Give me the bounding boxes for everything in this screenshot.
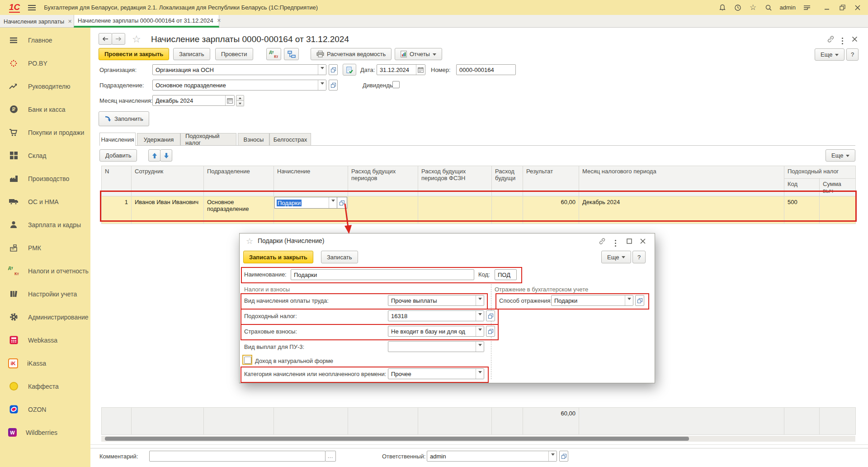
pay-sheet-button[interactable]: Расчетная ведомость: [311, 48, 392, 60]
post-and-close-button[interactable]: Провести и закрыть: [99, 48, 169, 60]
dialog-code-input[interactable]: ПОД: [495, 269, 517, 280]
dividends-checkbox[interactable]: [392, 81, 400, 88]
cell-n[interactable]: 1: [102, 196, 132, 224]
sidebar-item-main[interactable]: Главное: [0, 29, 90, 52]
tab-contributions[interactable]: Взносы: [238, 133, 269, 146]
sidebar-item-webkassa[interactable]: Webkassa: [0, 329, 90, 352]
more-kebab-icon[interactable]: [842, 36, 843, 43]
save-button[interactable]: Записать: [173, 48, 210, 60]
cell-department[interactable]: Основное подразделение: [204, 196, 274, 224]
cell-result[interactable]: 60,00: [523, 196, 579, 224]
chevron-down-icon[interactable]: [476, 295, 484, 305]
move-row-down-button[interactable]: [160, 149, 172, 162]
accrual-editor[interactable]: Подарки: [274, 197, 337, 209]
scrollbar-thumb[interactable]: [105, 437, 689, 441]
reflection-combo[interactable]: Подарки: [551, 295, 633, 306]
restore-window-icon[interactable]: [838, 4, 846, 12]
spinner-up-icon[interactable]: [236, 95, 244, 101]
cell-deduction-sum[interactable]: [820, 196, 856, 224]
dialog-save-and-close-button[interactable]: Записать и закрыть: [243, 251, 313, 263]
tab-deductions[interactable]: Удержания: [137, 133, 180, 146]
post-button[interactable]: Провести: [215, 48, 253, 60]
sidebar-item-salary-hr[interactable]: Зарплата и кадры: [0, 213, 90, 236]
search-icon[interactable]: [764, 4, 773, 12]
col-header-future-expense-fszn[interactable]: Расход будущих периодов ФСЗН: [418, 166, 492, 196]
add-row-button[interactable]: Добавить: [99, 149, 137, 162]
chevron-down-icon[interactable]: [548, 451, 557, 461]
calendar-icon[interactable]: [416, 65, 425, 75]
close-tab-icon[interactable]: ✕: [68, 19, 72, 24]
sidebar-item-ozon[interactable]: OZON: [0, 398, 90, 421]
cell-accrual[interactable]: Подарки: [274, 196, 348, 224]
sidebar-item-rmk[interactable]: РМК: [0, 236, 90, 259]
col-header-result[interactable]: Результат: [523, 166, 579, 196]
close-app-icon[interactable]: [854, 4, 862, 12]
help-button[interactable]: ?: [846, 48, 859, 61]
col-header-future-expense[interactable]: Расход будущих периодов: [348, 166, 418, 196]
dialog-more-button[interactable]: Еще: [601, 251, 631, 263]
move-row-up-button[interactable]: [148, 149, 160, 162]
table-more-button[interactable]: Еще: [826, 149, 855, 162]
cell-future-expense-fszn[interactable]: [418, 196, 492, 224]
service-menu-icon[interactable]: [803, 4, 811, 12]
chevron-down-icon[interactable]: [318, 65, 326, 75]
current-user[interactable]: admin: [780, 4, 796, 11]
cell-future-expense[interactable]: [348, 196, 418, 224]
dialog-link-icon[interactable]: [599, 238, 606, 246]
sidebar-item-poby[interactable]: PO.BY: [0, 52, 90, 75]
chevron-down-icon[interactable]: [625, 295, 633, 305]
accrual-month-input[interactable]: Декабрь 2024: [152, 95, 235, 106]
close-tab-icon[interactable]: ✕: [217, 18, 221, 24]
minimize-icon[interactable]: [823, 4, 831, 12]
chevron-down-icon[interactable]: [329, 197, 337, 208]
tab-accruals[interactable]: Начисления: [99, 133, 136, 146]
header-more-button[interactable]: Еще: [815, 48, 844, 61]
fill-button[interactable]: Заполнить: [99, 111, 149, 126]
accrual-kind-combo[interactable]: Прочие выплаты: [388, 295, 484, 306]
sidebar-item-production[interactable]: Производство: [0, 167, 90, 190]
spinner-down-icon[interactable]: [236, 101, 244, 106]
nav-back-button[interactable]: [99, 33, 112, 45]
window-tab-accruals-list[interactable]: Начисления зарплаты ✕: [0, 15, 73, 28]
chevron-down-icon[interactable]: [318, 80, 326, 90]
col-header-accrual[interactable]: Начисление: [274, 166, 348, 196]
col-header-employee[interactable]: Сотрудник: [132, 166, 204, 196]
col-header-code[interactable]: Код: [784, 179, 820, 196]
chevron-down-icon[interactable]: [476, 311, 484, 321]
dialog-name-input[interactable]: Подарки: [291, 269, 474, 280]
col-header-department[interactable]: Подразделение: [204, 166, 274, 196]
dialog-save-button[interactable]: Записать: [321, 251, 358, 263]
sidebar-item-fixed-assets[interactable]: ОС и НМА: [0, 190, 90, 213]
category-combo[interactable]: Прочее: [388, 368, 484, 379]
close-document-icon[interactable]: [852, 36, 858, 43]
sidebar-item-wildberries[interactable]: W Wildberries: [0, 421, 90, 444]
dialog-maximize-icon[interactable]: [627, 238, 632, 245]
window-tab-accrual-document[interactable]: Начисление зарплаты 0000-000164 от 31.12…: [74, 15, 219, 28]
cell-income-tax-code[interactable]: 500: [784, 196, 820, 224]
tab-belgosstrakh[interactable]: Белгосстрах: [269, 133, 311, 146]
tab-income-tax[interactable]: Подоходный налог: [180, 133, 236, 146]
col-header-tax-period-month[interactable]: Месяц налогового периода: [579, 166, 784, 196]
history-icon[interactable]: [734, 4, 742, 12]
chevron-down-icon[interactable]: [476, 369, 484, 379]
col-header-income-tax-group[interactable]: Подоходный налог: [784, 166, 856, 179]
cell-employee[interactable]: Иванов Иван Иванович: [132, 196, 204, 224]
sidebar-item-accounting-settings[interactable]: Настройки учета: [0, 282, 90, 305]
accrual-open-button[interactable]: [337, 197, 347, 209]
horizontal-scrollbar[interactable]: [101, 436, 855, 442]
sidebar-item-ikassa[interactable]: iK iKassa: [0, 352, 90, 375]
col-header-n[interactable]: N: [102, 166, 132, 196]
document-structure-button[interactable]: [284, 48, 299, 60]
comment-ellipsis-button[interactable]: ...: [325, 451, 336, 462]
main-menu-icon[interactable]: [28, 4, 36, 12]
pu3-combo[interactable]: [388, 341, 484, 352]
org-combo[interactable]: Организация на ОСН: [152, 64, 326, 75]
sidebar-item-kaffesta[interactable]: Каффеста: [0, 375, 90, 398]
table-row[interactable]: 1 Иванов Иван Иванович Основное подразде…: [102, 196, 856, 224]
col-header-future-short[interactable]: Расход будущи: [492, 166, 523, 196]
in-kind-checkbox[interactable]: [244, 357, 251, 364]
income-tax-open-button[interactable]: [486, 310, 495, 321]
chevron-down-icon[interactable]: [476, 326, 484, 336]
dt-kt-postings-button[interactable]: Дт Кт: [266, 48, 281, 60]
calendar-icon[interactable]: [225, 95, 234, 105]
